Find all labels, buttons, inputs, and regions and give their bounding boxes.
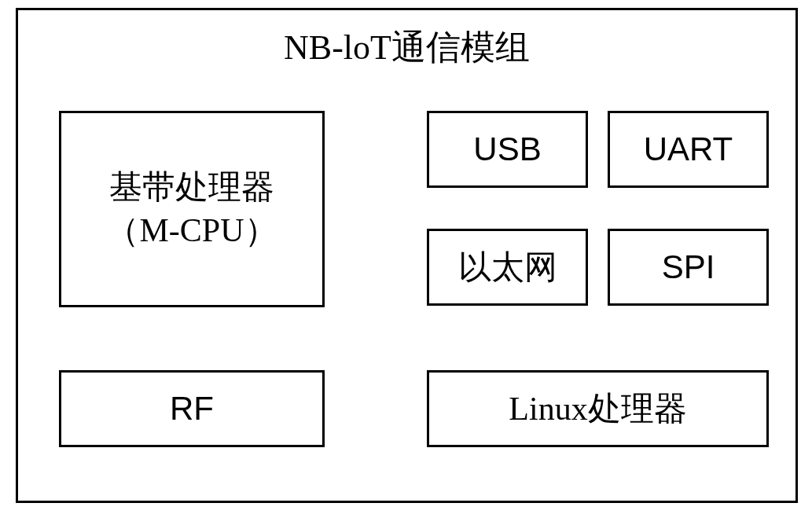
spi-box: SPI <box>608 229 769 306</box>
module-outer-box: NB-loT通信模组 基带处理器 （M-CPU） USB UART 以太网 SP… <box>16 8 798 503</box>
usb-label: USB <box>473 128 541 171</box>
linux-processor-label: Linux处理器 <box>509 387 686 431</box>
uart-box: UART <box>608 111 769 188</box>
rf-box: RF <box>59 370 325 447</box>
module-title: NB-loT通信模组 <box>18 24 795 71</box>
baseband-processor-label: 基带处理器 （M-CPU） <box>106 166 277 251</box>
uart-label: UART <box>644 128 733 171</box>
spi-label: SPI <box>662 246 715 289</box>
linux-processor-box: Linux处理器 <box>427 370 769 447</box>
ethernet-label: 以太网 <box>458 246 557 289</box>
baseband-processor-box: 基带处理器 （M-CPU） <box>59 111 325 307</box>
usb-box: USB <box>427 111 588 188</box>
ethernet-box: 以太网 <box>427 229 588 306</box>
rf-label: RF <box>170 387 214 431</box>
